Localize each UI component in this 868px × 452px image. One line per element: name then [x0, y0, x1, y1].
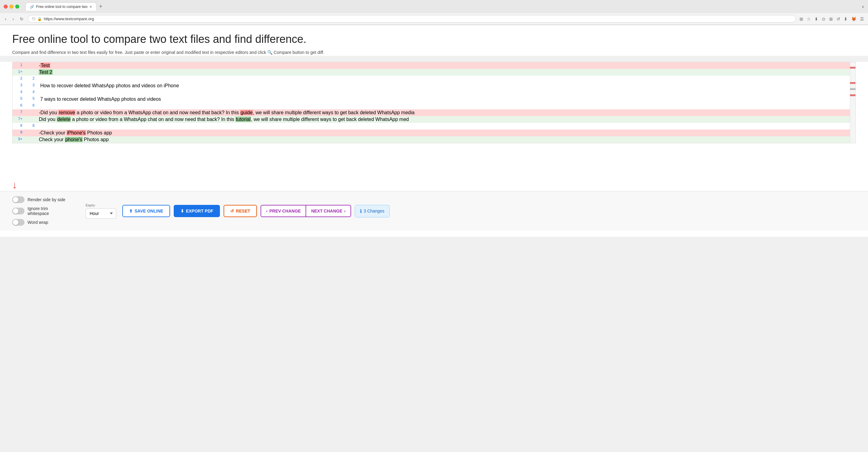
expiry-label: Expiry: [86, 203, 116, 207]
active-tab[interactable]: 🔗 Free online tool to compare two ✕: [25, 2, 97, 11]
lock-icon: 🔒: [37, 17, 42, 21]
line-num-old: 9+: [12, 136, 25, 143]
info-icon: ℹ: [360, 208, 362, 214]
expiry-group: Expiry Hour Day Week Month: [86, 203, 116, 219]
maximize-button[interactable]: [15, 5, 19, 8]
nav-change-group: ‹ PREV CHANGE NEXT CHANGE ›: [260, 205, 351, 217]
line-num-old: 8: [12, 123, 25, 130]
line-content: How to recover deleted WhatsApp photos a…: [37, 82, 856, 89]
line-num-new: 5: [25, 96, 37, 103]
browser-nav: ‹ › ↻ 🛡 🔒 https://www.textcompare.org ⊞ …: [0, 13, 868, 25]
changes-count-text: 3 Changes: [364, 208, 384, 214]
word-wrap-toggle[interactable]: [12, 219, 25, 226]
diff-row: 9+ Check your phone's Photos app: [12, 136, 856, 143]
down-arrow-indicator: ↓: [12, 180, 17, 190]
line-content: -Did you remove a photo or video from a …: [37, 109, 856, 116]
scrollbar-marker-change3: [850, 88, 856, 90]
tab-bar: 🔗 Free online tool to compare two ✕ +: [25, 2, 105, 11]
expiry-select[interactable]: Hour Day Week Month: [86, 208, 116, 219]
line-num-new: [25, 109, 37, 116]
upload-icon: ⬆: [129, 208, 133, 214]
ignore-trim-whitespace-row: Ignore trimwhitespace: [12, 206, 80, 216]
line-content: 7 ways to recover deleted WhatsApp photo…: [37, 96, 856, 103]
toggles-column: Render side by side Ignore trimwhitespac…: [12, 196, 80, 226]
reload-button[interactable]: ↻: [18, 16, 25, 22]
line-content: [37, 89, 856, 96]
close-button[interactable]: [4, 5, 8, 8]
render-side-by-side-row: Render side by side: [12, 196, 80, 203]
page-subtitle: Compare and find difference in two text …: [12, 49, 856, 56]
extensions-icon[interactable]: ⊞: [828, 16, 834, 22]
reset-label: RESET: [236, 208, 250, 214]
changes-count-badge: ℹ 3 Changes: [355, 205, 390, 218]
page-content: Free online tool to compare two text fil…: [0, 25, 868, 56]
prev-change-label: PREV CHANGE: [270, 208, 301, 214]
download-icon[interactable]: ⬇: [843, 16, 848, 22]
traffic-lights: [4, 5, 19, 8]
line-content: -Test: [37, 62, 856, 69]
nav-right-buttons: ⊞ ☆ ⬇ ⊙ ⊞ ↺ ⬇ 🦊 ☰: [799, 16, 865, 22]
tab-close-button[interactable]: ✕: [89, 5, 92, 9]
line-num-new: 6: [25, 103, 37, 109]
download-pdf-icon: ⬇: [181, 208, 184, 214]
line-content: [37, 123, 856, 130]
shield-icon2[interactable]: 🦊: [850, 16, 857, 22]
render-side-by-side-toggle[interactable]: [12, 196, 25, 203]
bottom-section: ↓ Render side by side Ignore trimwhitesp…: [0, 180, 868, 237]
diff-row: 8 8: [12, 123, 856, 130]
line-num-new: 3: [25, 82, 37, 89]
scrollbar[interactable]: [850, 62, 856, 143]
render-side-by-side-label: Render side by side: [28, 197, 65, 202]
line-content: Did you delete a photo or video from a W…: [37, 116, 856, 123]
line-num-old: 6: [12, 103, 25, 109]
shield-icon: 🛡: [32, 17, 35, 21]
save-online-label: SAVE ONLINE: [134, 208, 163, 214]
word-wrap-row: Word wrap: [12, 219, 80, 226]
minimize-button[interactable]: [9, 5, 13, 8]
toggle-knob: [13, 220, 18, 225]
diff-row: 2 2: [12, 76, 856, 82]
line-num-old: 1+: [12, 69, 25, 76]
line-content: [37, 76, 856, 82]
reset-button[interactable]: ↺ RESET: [224, 205, 257, 217]
line-num-old: 3: [12, 82, 25, 89]
diff-container: 1 -Test 1+ Test 2 2 2 3 3 How to recover…: [0, 62, 868, 180]
sync-icon[interactable]: ↺: [836, 16, 841, 22]
line-num-old: 7: [12, 109, 25, 116]
next-change-label: NEXT CHANGE: [311, 208, 342, 214]
diff-row: 4 4: [12, 89, 856, 96]
line-num-new: [25, 130, 37, 136]
save-online-button[interactable]: ⬆ SAVE ONLINE: [122, 205, 170, 217]
word-wrap-label: Word wrap: [28, 220, 48, 225]
next-change-button[interactable]: NEXT CHANGE ›: [306, 205, 351, 217]
line-num-new: [25, 116, 37, 123]
menu-icon[interactable]: ☰: [859, 16, 865, 22]
back-button[interactable]: ‹: [3, 16, 8, 22]
export-pdf-button[interactable]: ⬇ EXPORT PDF: [174, 205, 220, 217]
line-num-new: [25, 69, 37, 76]
diff-row: 3 3 How to recover deleted WhatsApp phot…: [12, 82, 856, 89]
grid-icon[interactable]: ⊞: [799, 16, 804, 22]
bookmark-icon[interactable]: ☆: [806, 16, 812, 22]
bottom-toolbar: Render side by side Ignore trimwhitespac…: [0, 191, 868, 231]
forward-button[interactable]: ›: [11, 16, 16, 22]
pocket-icon[interactable]: ⬇: [813, 16, 819, 22]
new-tab-button[interactable]: +: [97, 3, 105, 10]
line-num-old: 4: [12, 89, 25, 96]
address-bar[interactable]: 🛡 🔒 https://www.textcompare.org: [28, 15, 796, 23]
scrollbar-marker-change4: [850, 94, 856, 96]
line-content: [37, 103, 856, 109]
ignore-trim-whitespace-toggle[interactable]: [12, 208, 25, 215]
prev-change-button[interactable]: ‹ PREV CHANGE: [260, 205, 306, 217]
scrollbar-marker-change1: [850, 67, 856, 68]
line-num-new: 8: [25, 123, 37, 130]
browser-chrome: 🔗 Free online tool to compare two ✕ + ∨ …: [0, 0, 868, 25]
tab-collapse-button[interactable]: ∨: [862, 5, 864, 9]
account-icon[interactable]: ⊙: [821, 16, 827, 22]
diff-editor: 1 -Test 1+ Test 2 2 2 3 3 How to recover…: [12, 62, 856, 143]
line-content: Test 2: [37, 69, 856, 76]
prev-chevron-icon: ‹: [266, 208, 268, 214]
toggle-knob: [13, 208, 18, 214]
line-num-new: [25, 136, 37, 143]
diff-row: 7+ Did you delete a photo or video from …: [12, 116, 856, 123]
